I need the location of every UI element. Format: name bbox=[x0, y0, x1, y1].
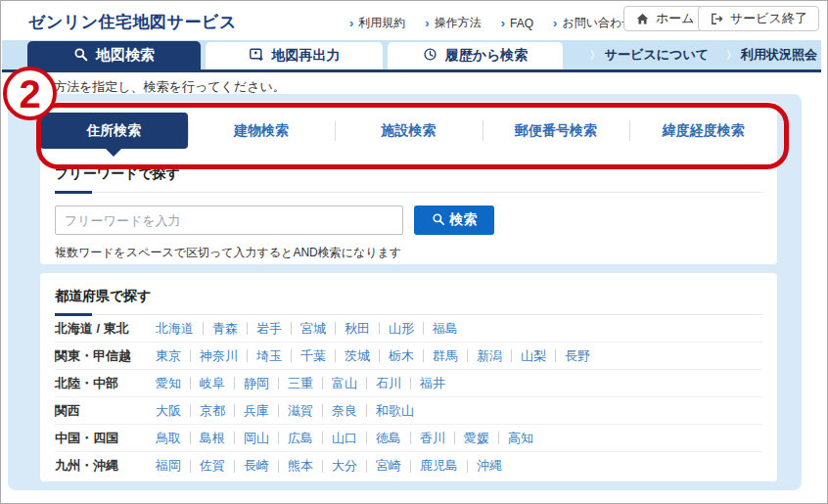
divider bbox=[410, 377, 411, 389]
search-type-tab[interactable]: 住所検索 bbox=[40, 113, 188, 149]
prefecture-rows: 北海道 / 東北北海道青森岩手宮城秋田山形福島関東・甲信越東京神奈川埼玉千葉茨城… bbox=[55, 315, 762, 480]
prefecture-link[interactable]: 高知 bbox=[508, 430, 533, 447]
prefecture-link[interactable]: 広島 bbox=[288, 430, 313, 447]
freeword-input[interactable] bbox=[55, 206, 403, 235]
prefecture-link[interactable]: 長崎 bbox=[244, 457, 269, 475]
region-label: 九州・沖縄 bbox=[55, 457, 156, 475]
search-type-tab[interactable]: 施設検索 bbox=[335, 113, 483, 149]
freeword-section-title: フリーワードで探す bbox=[55, 165, 762, 193]
region-label: 関東・甲信越 bbox=[55, 347, 156, 365]
prefecture-link[interactable]: 奈良 bbox=[332, 402, 357, 420]
prefecture-link[interactable]: 大阪 bbox=[156, 402, 181, 420]
main-tab-strip: 地図検索地図再出力履歴から検索 〉サービスについて〉利用状況照会 bbox=[2, 40, 821, 69]
divider bbox=[467, 349, 468, 362]
prefecture-link[interactable]: 福岡 bbox=[156, 457, 181, 475]
tab-map-search-active[interactable]: 地図検索 bbox=[27, 41, 201, 69]
prefecture-link[interactable]: 兵庫 bbox=[244, 402, 269, 420]
prefecture-link[interactable]: 北海道 bbox=[156, 320, 194, 338]
prefecture-link[interactable]: 沖縄 bbox=[477, 457, 502, 475]
prefecture-link[interactable]: 徳島 bbox=[376, 430, 401, 447]
divider bbox=[278, 460, 279, 473]
freeword-search-button[interactable]: 検索 bbox=[414, 206, 494, 235]
prefecture-link[interactable]: 佐賀 bbox=[200, 457, 225, 475]
header-links: ›利用規約›操作方法›FAQ›お問い合わせ bbox=[349, 15, 634, 31]
region-label: 関西 bbox=[55, 402, 156, 420]
service-exit-button[interactable]: サービス終了 bbox=[698, 6, 819, 31]
prefecture-link[interactable]: 香川 bbox=[420, 430, 445, 447]
app-window: ゼンリン住宅地図サービス ›利用規約›操作方法›FAQ›お問い合わせ ホーム サ… bbox=[0, 0, 828, 504]
divider bbox=[335, 322, 336, 335]
prefecture-link[interactable]: 岩手 bbox=[256, 320, 282, 338]
divider bbox=[234, 404, 235, 417]
prefecture-link[interactable]: 岡山 bbox=[244, 430, 269, 447]
prefecture-link[interactable]: 秋田 bbox=[345, 320, 370, 338]
prefecture-link[interactable]: 福井 bbox=[420, 375, 445, 392]
prefecture-link[interactable]: 島根 bbox=[200, 430, 225, 447]
prefecture-link[interactable]: 愛媛 bbox=[464, 430, 489, 447]
divider bbox=[511, 349, 512, 362]
chevron-right-icon: › bbox=[349, 17, 353, 29]
strip-link[interactable]: 〉サービスについて bbox=[590, 46, 709, 64]
prefecture-row: 九州・沖縄福岡佐賀長崎熊本大分宮崎鹿児島沖縄 bbox=[55, 452, 762, 480]
header-link[interactable]: ›操作方法 bbox=[425, 15, 481, 31]
divider bbox=[247, 349, 248, 362]
prefecture-link[interactable]: 愛知 bbox=[156, 375, 181, 392]
prefecture-link[interactable]: 岐阜 bbox=[200, 375, 225, 392]
strip-link[interactable]: 〉利用状況照会 bbox=[726, 46, 817, 64]
divider bbox=[423, 322, 424, 335]
tab-history[interactable]: 履歴から検索 bbox=[388, 42, 563, 69]
divider bbox=[291, 322, 292, 335]
prefecture-link[interactable]: 京都 bbox=[200, 402, 225, 420]
prefecture-link[interactable]: 大分 bbox=[332, 457, 357, 475]
prefecture-link[interactable]: 鳥取 bbox=[156, 430, 181, 447]
prefecture-link[interactable]: 山梨 bbox=[521, 347, 546, 365]
prefecture-link[interactable]: 東京 bbox=[156, 347, 181, 365]
divider bbox=[190, 377, 191, 389]
prefecture-link[interactable]: 青森 bbox=[212, 320, 238, 338]
prefecture-link[interactable]: 神奈川 bbox=[200, 347, 238, 365]
divider bbox=[291, 349, 292, 362]
header-link-label: 操作方法 bbox=[435, 15, 482, 31]
header-link[interactable]: ›お問い合わせ bbox=[553, 15, 633, 31]
history-icon bbox=[423, 47, 437, 65]
divider bbox=[203, 322, 204, 335]
prefecture-link[interactable]: 宮崎 bbox=[376, 457, 401, 475]
prefecture-link[interactable]: 和歌山 bbox=[376, 402, 414, 420]
divider bbox=[234, 377, 235, 389]
prefecture-link[interactable]: 滋賀 bbox=[288, 402, 313, 420]
prefecture-link[interactable]: 山口 bbox=[332, 430, 357, 447]
prefecture-link[interactable]: 富山 bbox=[332, 375, 357, 392]
prefecture-link[interactable]: 三重 bbox=[288, 375, 313, 392]
divider bbox=[366, 404, 367, 417]
prefecture-link[interactable]: 熊本 bbox=[288, 457, 313, 475]
header-link[interactable]: ›FAQ bbox=[501, 15, 533, 31]
prefecture-link[interactable]: 静岡 bbox=[244, 375, 269, 392]
prefecture-link[interactable]: 長野 bbox=[565, 347, 590, 365]
home-button[interactable]: ホーム bbox=[623, 6, 707, 31]
search-type-tab[interactable]: 建物検索 bbox=[188, 113, 336, 149]
prefecture-row: 関西大阪京都兵庫滋賀奈良和歌山 bbox=[55, 397, 762, 425]
main-tab-label: 地図検索 bbox=[96, 46, 155, 65]
prefecture-link[interactable]: 鹿児島 bbox=[420, 457, 458, 475]
divider bbox=[322, 432, 323, 444]
header-link[interactable]: ›利用規約 bbox=[349, 15, 405, 31]
map-output-icon bbox=[249, 47, 264, 66]
prefecture-link[interactable]: 新潟 bbox=[477, 347, 502, 365]
prefecture-link[interactable]: 埼玉 bbox=[256, 347, 282, 365]
prefecture-link[interactable]: 石川 bbox=[376, 375, 401, 392]
prefecture-link[interactable]: 宮城 bbox=[300, 320, 326, 338]
divider bbox=[278, 432, 279, 444]
divider bbox=[322, 377, 323, 389]
search-type-tab[interactable]: 郵便番号検索 bbox=[483, 113, 630, 149]
prefecture-link[interactable]: 群馬 bbox=[433, 347, 458, 365]
prefecture-link[interactable]: 山形 bbox=[389, 320, 414, 338]
search-card: 住所検索建物検索施設検索郵便番号検索緯度経度検索 フリーワードで探す 検索 複数… bbox=[40, 102, 777, 264]
prefecture-link[interactable]: 福島 bbox=[433, 320, 458, 338]
tab-map-output[interactable]: 地図再出力 bbox=[206, 42, 383, 69]
search-type-tab[interactable]: 緯度経度検索 bbox=[629, 113, 777, 149]
prefecture-link[interactable]: 栃木 bbox=[389, 347, 414, 365]
prefecture-link[interactable]: 茨城 bbox=[345, 347, 370, 365]
region-links: 東京神奈川埼玉千葉茨城栃木群馬新潟山梨長野 bbox=[156, 347, 590, 365]
header-link-label: FAQ bbox=[510, 17, 533, 30]
prefecture-link[interactable]: 千葉 bbox=[300, 347, 326, 365]
